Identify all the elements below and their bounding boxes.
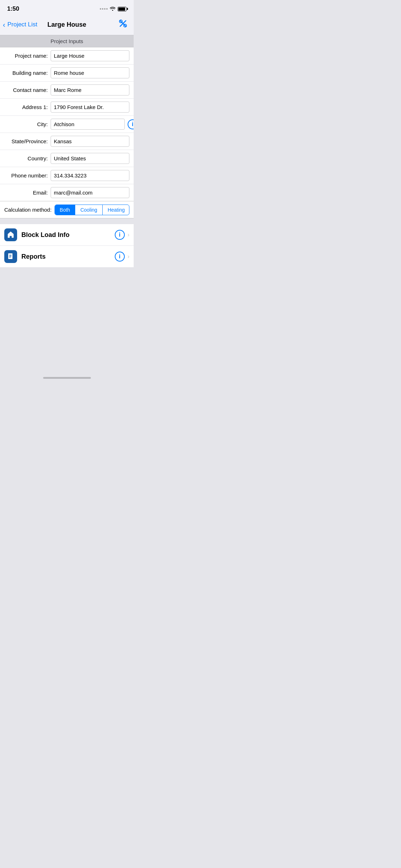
signal-icon <box>100 8 108 10</box>
back-chevron-icon: ‹ <box>3 21 5 29</box>
reports-chevron-icon: › <box>128 253 129 260</box>
form-container: Project name: Building name: Contact nam… <box>0 47 134 201</box>
contact-name-row: Contact name: <box>0 82 134 99</box>
calc-method-label: Calculation method: <box>4 207 55 213</box>
calc-both-button[interactable]: Both <box>55 205 76 215</box>
back-label: Project List <box>7 21 37 28</box>
reports-label: Reports <box>21 253 115 260</box>
phone-number-row: Phone number: <box>0 167 134 184</box>
project-name-label: Project name: <box>4 53 51 59</box>
status-bar: 1:50 <box>0 0 134 16</box>
city-info-button[interactable]: i <box>128 119 134 129</box>
project-name-input[interactable] <box>51 50 129 61</box>
email-label: Email: <box>4 190 51 196</box>
country-input[interactable] <box>51 153 129 164</box>
home-bar <box>43 377 91 379</box>
building-name-row: Building name: <box>0 64 134 82</box>
block-load-info-button[interactable]: i <box>115 230 125 240</box>
block-load-icon-box <box>4 228 17 241</box>
phone-number-label: Phone number: <box>4 172 51 179</box>
country-label: Country: <box>4 155 51 161</box>
email-row: Email: <box>0 184 134 201</box>
reports-icon-box <box>4 250 17 263</box>
state-province-label: State/Province: <box>4 138 51 144</box>
building-name-input[interactable] <box>51 67 129 78</box>
calc-cooling-button[interactable]: Cooling <box>75 205 102 215</box>
calc-method-buttons: Both Cooling Heating <box>55 205 129 215</box>
back-button[interactable]: ‹ Project List <box>3 21 37 29</box>
state-province-row: State/Province: <box>0 133 134 150</box>
spacer <box>0 218 134 224</box>
section-header: Project Inputs <box>0 35 134 47</box>
battery-icon <box>118 7 127 11</box>
calc-heating-button[interactable]: Heating <box>103 205 129 215</box>
wifi-icon <box>110 6 115 12</box>
block-load-info-label: Block Load Info <box>21 231 115 239</box>
calculation-method-row: Calculation method: Both Cooling Heating <box>0 201 134 218</box>
city-row: City: i › <box>0 116 134 133</box>
building-name-label: Building name: <box>4 70 51 76</box>
city-label: City: <box>4 121 51 127</box>
block-load-info-item[interactable]: Block Load Info i › <box>0 224 134 246</box>
block-load-chevron-icon: › <box>128 232 129 238</box>
address1-row: Address 1: <box>0 99 134 116</box>
status-icons <box>100 6 127 12</box>
phone-number-input[interactable] <box>51 170 129 181</box>
contact-name-input[interactable] <box>51 84 129 95</box>
project-name-row: Project name: <box>0 47 134 64</box>
email-input[interactable] <box>51 187 129 198</box>
svg-rect-4 <box>10 236 12 238</box>
reports-item[interactable]: Reports i › <box>0 246 134 267</box>
home-indicator <box>0 374 134 380</box>
address1-label: Address 1: <box>4 104 51 110</box>
address1-input[interactable] <box>51 102 129 113</box>
city-input[interactable] <box>51 119 125 130</box>
tools-icon[interactable] <box>118 19 128 31</box>
reports-info-button[interactable]: i <box>115 252 125 262</box>
bottom-area <box>0 267 134 374</box>
state-province-input[interactable] <box>51 136 129 147</box>
country-row: Country: <box>0 150 134 167</box>
list-section: Block Load Info i › Reports i › <box>0 224 134 267</box>
contact-name-label: Contact name: <box>4 87 51 93</box>
nav-title: Large House <box>47 21 86 29</box>
nav-bar: ‹ Project List Large House <box>0 16 134 35</box>
status-time: 1:50 <box>7 5 19 12</box>
